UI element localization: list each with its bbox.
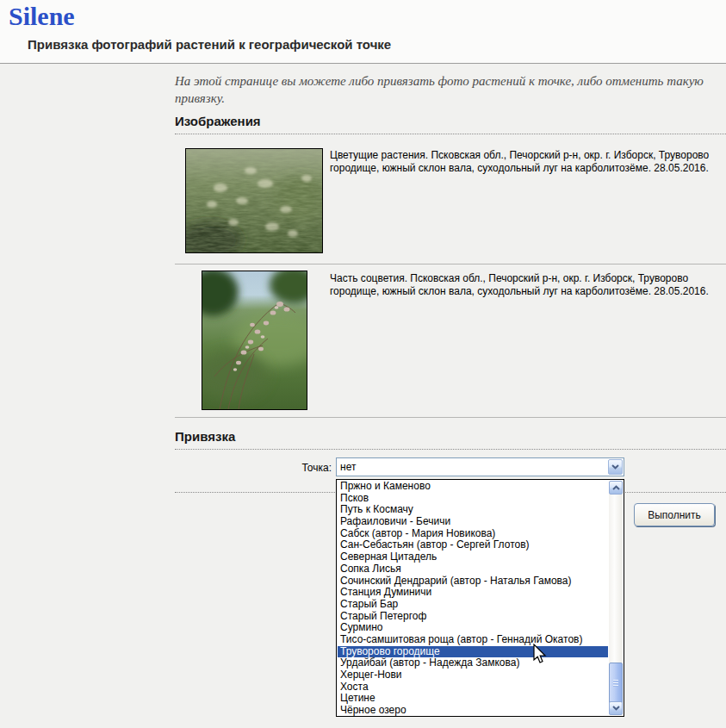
site-title: Silene [9,2,75,31]
row-divider [175,264,726,264]
option-item[interactable]: Псков [338,493,608,505]
option-item[interactable]: Рафаиловичи - Бечичи [338,516,608,528]
select-dropdown-button[interactable] [608,459,623,475]
option-item[interactable]: Урдайбай (автор - Надежда Замкова) [338,657,608,669]
intro-text: На этой странице вы можете либо привязат… [175,72,723,107]
option-item[interactable]: Сабск (автор - Мария Новикова) [338,528,608,540]
photo-caption: Цветущие растения. Псковская обл., Печор… [330,149,724,175]
inflorescence-closeup-photo[interactable] [202,271,307,410]
meadow-photo-graphic [186,149,322,252]
flowering-plants-meadow-photo[interactable] [185,148,323,253]
option-item[interactable]: Труворово городище [338,646,608,658]
chevron-down-icon [612,706,620,711]
option-item[interactable]: Пржно и Каменово [338,481,608,493]
option-item[interactable]: Станция Думиничи [338,587,608,599]
photo-caption: Часть соцветия. Псковская обл., Печорски… [330,272,724,298]
option-item[interactable]: Старый Петергоф [338,611,608,623]
dropdown-scrollbar[interactable] [609,481,623,715]
option-item[interactable]: Хоста [338,681,608,694]
point-options-list: Пржно и КаменовоПсковПуть к КосмачуРафаи… [338,481,608,717]
page-header: Silene Привязка фотографий растений к ге… [0,0,726,64]
scroll-down-button[interactable] [609,701,623,715]
point-options-dropdown: Пржно и КаменовоПсковПуть к КосмачуРафаи… [336,479,624,717]
option-item[interactable]: Путь к Космачу [338,504,608,516]
option-item[interactable]: Сурмино [338,622,608,634]
option-item[interactable]: Сопка Лисья [338,563,608,576]
option-item[interactable]: Сочинский Дендрарий (автор - Наталья Гам… [338,576,608,588]
page: Silene Привязка фотографий растений к ге… [0,0,726,728]
option-item[interactable]: Тисо-самшитовая роща (автор - Геннадий О… [338,634,608,646]
point-select[interactable]: нет [336,457,624,476]
chevron-up-icon [612,485,620,490]
execute-button[interactable]: Выполнить [634,503,715,526]
option-item[interactable]: Сан-Себастьян (автор - Сергей Глотов) [338,539,608,551]
point-select-value: нет [340,461,356,473]
option-item[interactable]: Херцег-Нови [338,669,608,681]
inflorescence-photo-graphic [202,271,307,409]
page-subtitle: Привязка фотографий растений к географич… [28,37,391,52]
scroll-up-button[interactable] [609,481,623,495]
row-divider [175,417,726,418]
point-label: Точка: [258,462,332,474]
binding-section-heading: Привязка [175,429,726,450]
scroll-thumb[interactable] [609,663,623,704]
option-item[interactable]: Северная Цитадель [338,551,608,563]
chevron-down-icon [611,464,619,470]
images-section-heading: Изображения [175,114,726,134]
option-item[interactable]: Чёрное озеро [338,705,608,717]
option-item[interactable]: Старый Бар [338,599,608,611]
option-item[interactable]: Цетине [338,693,608,705]
